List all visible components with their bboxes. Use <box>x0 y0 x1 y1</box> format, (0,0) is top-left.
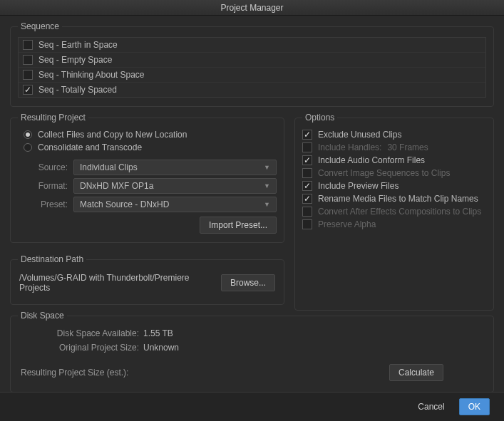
select-value: Match Source - DNxHD <box>80 199 169 209</box>
option-label: Include Preview Files <box>318 181 398 191</box>
ok-button[interactable]: OK <box>459 398 490 415</box>
sequence-list: Seq - Earth in Space Seq - Empty Space S… <box>18 37 486 98</box>
sequence-row[interactable]: Seq - Earth in Space <box>19 38 485 53</box>
sequence-legend: Sequence <box>18 21 62 31</box>
chevron-down-icon: ▼ <box>264 164 270 171</box>
option-preserve-alpha[interactable]: Preserve Alpha <box>302 218 486 231</box>
option-label: Convert Image Sequences to Clips <box>318 168 450 178</box>
sequence-row[interactable]: Seq - Totally Spaced <box>19 83 485 97</box>
option-convert-ae[interactable]: Convert After Effects Compositions to Cl… <box>302 205 486 218</box>
resulting-project-group: Resulting Project Collect Files and Copy… <box>10 113 284 243</box>
cancel-button[interactable]: Cancel <box>409 399 453 415</box>
option-label: Include Handles: <box>318 142 381 152</box>
option-label: Preserve Alpha <box>318 219 376 229</box>
option-label: Include Audio Conform Files <box>318 155 425 165</box>
window-title: Project Manager <box>0 0 504 16</box>
disk-legend: Disk Space <box>18 311 67 321</box>
option-rename-media[interactable]: Rename Media Files to Match Clip Names <box>302 192 486 205</box>
checkbox-icon[interactable] <box>302 207 312 217</box>
format-select[interactable]: DNxHD MXF OP1a ▼ <box>73 178 277 194</box>
option-label: Rename Media Files to Match Clip Names <box>318 194 478 204</box>
disk-space-group: Disk Space Disk Space Available: 1.55 TB… <box>10 311 494 393</box>
radio-icon[interactable] <box>24 143 32 152</box>
options-legend: Options <box>302 113 337 123</box>
option-include-handles[interactable]: Include Handles: 30 Frames <box>302 141 486 154</box>
sequence-label: Seq - Thinking About Space <box>38 70 145 80</box>
browse-button[interactable]: Browse... <box>221 274 275 291</box>
preset-label: Preset: <box>18 199 68 209</box>
checkbox-icon[interactable] <box>23 55 33 65</box>
option-label: Convert After Effects Compositions to Cl… <box>318 207 481 217</box>
sequence-label: Seq - Totally Spaced <box>38 85 117 95</box>
radio-label: Consolidate and Transcode <box>38 142 142 152</box>
option-convert-image[interactable]: Convert Image Sequences to Clips <box>302 167 486 180</box>
option-include-audio[interactable]: Include Audio Conform Files <box>302 154 486 167</box>
destination-path: /Volumes/G-RAID with Thunderbolt/Premier… <box>19 273 214 293</box>
import-preset-button[interactable]: Import Preset... <box>200 217 277 234</box>
radio-collect-files[interactable]: Collect Files and Copy to New Location <box>18 128 277 141</box>
checkbox-icon[interactable] <box>302 168 312 178</box>
checkbox-icon[interactable] <box>302 142 312 152</box>
disk-avail-value: 1.55 TB <box>143 328 173 338</box>
destination-group: Destination Path /Volumes/G-RAID with Th… <box>10 254 284 305</box>
radio-label: Collect Files and Copy to New Location <box>38 130 187 140</box>
calculate-button[interactable]: Calculate <box>389 364 443 381</box>
sequence-label: Seq - Earth in Space <box>38 40 118 50</box>
sequence-group: Sequence Seq - Earth in Space Seq - Empt… <box>10 21 494 107</box>
format-label: Format: <box>18 181 68 191</box>
dialog-footer: Cancel OK <box>0 392 504 421</box>
checkbox-icon[interactable] <box>23 70 33 80</box>
sequence-row[interactable]: Seq - Empty Space <box>19 53 485 68</box>
destination-legend: Destination Path <box>18 254 86 264</box>
checkbox-icon[interactable] <box>302 181 312 191</box>
checkbox-icon[interactable] <box>302 194 312 204</box>
disk-result-label: Resulting Project Size (est.): <box>18 368 153 378</box>
select-value: Individual Clips <box>80 162 138 172</box>
disk-avail-label: Disk Space Available: <box>18 328 139 338</box>
option-include-preview[interactable]: Include Preview Files <box>302 180 486 192</box>
disk-orig-label: Original Project Size: <box>18 343 139 353</box>
checkbox-icon[interactable] <box>302 155 312 165</box>
options-group: Options Exclude Unused Clips Include Han… <box>294 113 494 311</box>
radio-consolidate[interactable]: Consolidate and Transcode <box>18 141 277 154</box>
disk-orig-value: Unknown <box>143 343 179 353</box>
radio-icon[interactable] <box>24 130 32 139</box>
checkbox-icon[interactable] <box>23 40 33 50</box>
checkbox-icon[interactable] <box>302 219 312 229</box>
chevron-down-icon: ▼ <box>264 201 270 208</box>
chevron-down-icon: ▼ <box>264 182 270 189</box>
handles-value: 30 Frames <box>387 142 428 152</box>
checkbox-icon[interactable] <box>302 130 312 140</box>
source-select[interactable]: Individual Clips ▼ <box>73 160 277 175</box>
preset-select[interactable]: Match Source - DNxHD ▼ <box>73 197 277 212</box>
sequence-label: Seq - Empty Space <box>38 55 112 65</box>
sequence-row[interactable]: Seq - Thinking About Space <box>19 68 485 83</box>
resulting-legend: Resulting Project <box>18 113 88 123</box>
option-exclude-unused[interactable]: Exclude Unused Clips <box>302 128 486 141</box>
checkbox-icon[interactable] <box>23 85 33 95</box>
option-label: Exclude Unused Clips <box>318 130 401 140</box>
select-value: DNxHD MXF OP1a <box>80 181 153 191</box>
source-label: Source: <box>18 162 68 172</box>
